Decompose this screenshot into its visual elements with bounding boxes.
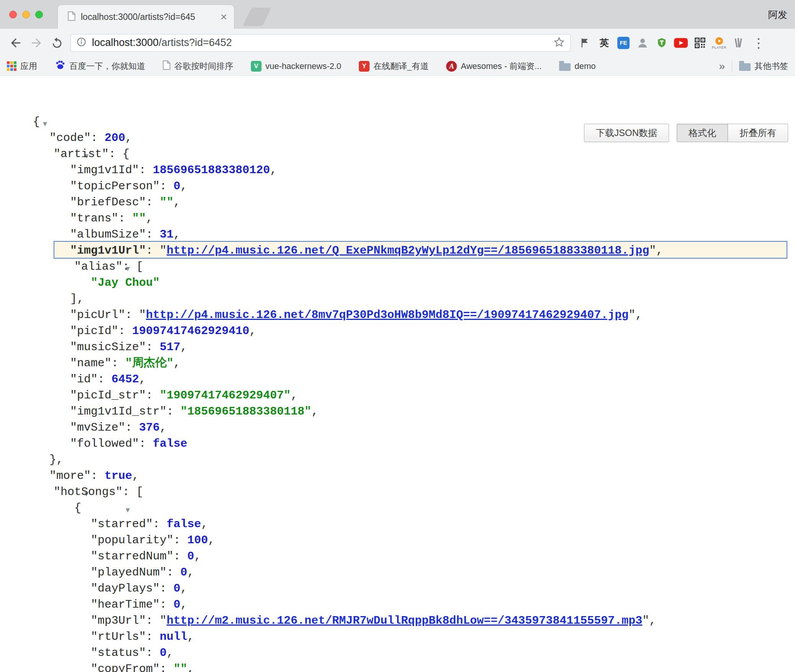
- extension-player-icon[interactable]: PLAYER: [711, 34, 728, 52]
- json-str: "19097417462929407": [160, 389, 291, 402]
- json-num: 19097417462929410: [132, 325, 249, 338]
- new-tab-button[interactable]: [242, 8, 271, 26]
- bookmark-vue-hackernews[interactable]: V vue-hackernews-2.0: [251, 61, 341, 72]
- json-key: "img1v1Url": [70, 244, 146, 257]
- json-punct: :: [111, 357, 125, 370]
- browser-menu-icon[interactable]: ⋮: [749, 35, 768, 51]
- json-str: "18569651883380118": [180, 405, 311, 418]
- json-punct: ",: [649, 244, 663, 257]
- json-line: "topicPerson": 0,: [0, 178, 795, 194]
- json-punct: ,: [139, 373, 146, 386]
- json-punct: :: [146, 630, 160, 643]
- json-punct: :: [125, 421, 139, 434]
- json-num: 31: [160, 228, 173, 241]
- bookmark-youdao[interactable]: Y 在线翻译_有道: [359, 61, 429, 72]
- page-info-icon[interactable]: [76, 37, 87, 49]
- bookmark-apps[interactable]: 应用: [7, 61, 37, 72]
- json-punct: :: [173, 534, 187, 547]
- json-line: "popularity": 100,: [0, 532, 795, 548]
- vue-icon: V: [251, 61, 262, 72]
- bookmark-google-sort[interactable]: 谷歌按时间排序: [163, 60, 233, 72]
- json-punct: ,: [180, 341, 187, 354]
- extension-flag-icon[interactable]: [577, 34, 594, 52]
- json-punct: : {: [109, 148, 129, 161]
- forward-button[interactable]: [26, 33, 47, 53]
- json-key: "artist": [54, 148, 109, 161]
- json-punct: ,: [201, 518, 208, 531]
- collapse-toggle-icon[interactable]: ▾: [126, 505, 130, 515]
- json-punct: :: [118, 212, 132, 225]
- browser-tab[interactable]: localhost:3000/artists?id=645 ×: [57, 5, 234, 29]
- extension-shield-icon[interactable]: [653, 34, 670, 52]
- json-punct: ],: [70, 292, 84, 305]
- youdao-icon: Y: [359, 61, 370, 72]
- json-punct: ,: [173, 228, 180, 241]
- json-key: "hotSongs": [54, 485, 123, 498]
- tab-favicon-icon: [68, 11, 75, 23]
- reload-button[interactable]: [47, 33, 67, 53]
- json-key: "img1v1Id_str": [70, 405, 167, 418]
- json-line: "copyFrom": "",: [0, 661, 795, 672]
- json-str: "Jay Chou": [91, 276, 160, 289]
- json-num: 376: [139, 421, 160, 434]
- json-num: 0: [173, 598, 180, 611]
- json-punct: :: [98, 373, 111, 386]
- json-line: ▾{: [0, 500, 795, 516]
- bookmarks-overflow-icon[interactable]: »: [719, 60, 725, 72]
- window-controls: [9, 11, 43, 18]
- extension-qrcode-icon[interactable]: [692, 34, 708, 52]
- json-url-link[interactable]: http://p4.music.126.net/8mv7qP30Pd3oHW8b…: [146, 308, 628, 321]
- json-punct: ",: [642, 614, 656, 627]
- zoom-window-button[interactable]: [35, 11, 43, 18]
- json-line: "playedNum": 0,: [0, 564, 795, 580]
- back-button[interactable]: [5, 33, 26, 53]
- bookmark-star-icon[interactable]: [553, 36, 565, 49]
- json-key: "name": [70, 357, 111, 370]
- tab-close-icon[interactable]: ×: [220, 11, 227, 23]
- json-kw: null: [160, 630, 187, 643]
- other-bookmarks-folder[interactable]: 其他书签: [739, 61, 788, 72]
- bookmark-awesomes[interactable]: A Awesomes - 前端资...: [446, 61, 541, 72]
- json-punct: ,: [132, 469, 139, 482]
- json-punct: : [: [123, 260, 143, 273]
- json-punct: },: [49, 453, 63, 466]
- extension-translate-icon[interactable]: 英: [596, 34, 613, 52]
- collapse-toggle-icon[interactable]: ▾: [43, 119, 47, 128]
- minimize-window-button[interactable]: [22, 11, 30, 18]
- json-num: 18569651883380120: [153, 164, 270, 177]
- json-punct: :: [146, 196, 160, 209]
- extension-youtube-icon[interactable]: [672, 34, 689, 52]
- extension-paw-icon[interactable]: [730, 34, 747, 52]
- json-key: "img1v1Id": [70, 164, 139, 177]
- json-kw: true: [105, 469, 132, 482]
- json-punct: :: [153, 518, 167, 531]
- bookmark-demo-folder[interactable]: demo: [559, 61, 595, 71]
- json-line: },: [0, 452, 795, 468]
- json-punct: {: [33, 115, 40, 128]
- bookmarks-bar: 应用 百度一下，你就知道 谷歌按时间排序 V vue-hackernews-2.…: [0, 57, 795, 76]
- json-line: "dayPlays": 0,: [0, 580, 795, 597]
- extension-fehelper-icon[interactable]: FE: [615, 34, 632, 52]
- json-key: "starred": [91, 518, 153, 531]
- json-key: "picId": [70, 325, 118, 338]
- close-window-button[interactable]: [9, 11, 17, 18]
- json-line: "starredNum": 0,: [0, 548, 795, 564]
- json-url-link[interactable]: http://p4.music.126.net/Q_ExePNkmqB2yWyL…: [167, 244, 649, 257]
- json-key: "mp3Url": [91, 614, 146, 627]
- json-key: "albumSize": [70, 228, 146, 241]
- url-text[interactable]: localhost:3000/artists?id=6452: [92, 37, 553, 49]
- json-line: "albumSize": 31,: [0, 226, 795, 243]
- json-punct: :: [146, 228, 160, 241]
- extension-avatar-icon[interactable]: [634, 34, 651, 52]
- json-key: "followed": [70, 437, 139, 450]
- address-bar[interactable]: localhost:3000/artists?id=6452: [70, 34, 571, 52]
- apps-grid-icon: [7, 61, 16, 71]
- bookmark-baidu[interactable]: 百度一下，你就知道: [55, 60, 145, 73]
- json-key: "topicPerson": [70, 180, 160, 193]
- profile-name[interactable]: 阿发: [768, 8, 787, 21]
- json-punct: ,: [167, 646, 173, 659]
- json-line: "briefDesc": "",: [0, 194, 795, 210]
- json-punct: :: [146, 341, 160, 354]
- json-key: "playedNum": [91, 566, 167, 579]
- json-url-link[interactable]: http://m2.music.126.net/RMJR7wDullRqppBk…: [167, 614, 642, 627]
